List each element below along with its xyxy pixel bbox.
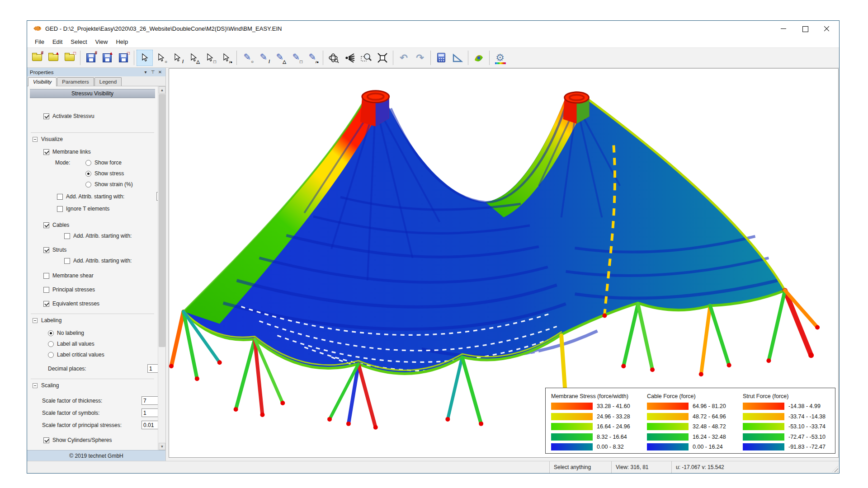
- activate-stressvu-checkbox[interactable]: Activate Stressvu: [43, 111, 155, 122]
- fit-view-icon: [377, 52, 388, 63]
- resize-grip[interactable]: [832, 466, 838, 472]
- cables-checkbox[interactable]: Cables: [43, 220, 155, 230]
- select-triangles-button[interactable]: △: [185, 50, 202, 66]
- menu-help[interactable]: Help: [112, 37, 132, 47]
- equivalent-stresses-checkbox[interactable]: Equivalent stresses: [43, 298, 155, 309]
- draw-quads-button[interactable]: ✎□: [288, 50, 304, 66]
- undo-button[interactable]: ↶: [396, 50, 412, 66]
- panel-pin-icon[interactable]: ⊤: [149, 69, 156, 75]
- draw-triangles-button[interactable]: ✎△: [272, 50, 288, 66]
- select-edges-button[interactable]: /●: [218, 50, 234, 66]
- panel-close-icon[interactable]: ✕: [156, 69, 164, 75]
- checkbox-icon[interactable]: [43, 222, 49, 228]
- radio-icon[interactable]: [48, 330, 54, 336]
- colorscale-strip: [495, 62, 506, 64]
- panel-menu-icon[interactable]: ▾: [142, 69, 149, 75]
- zoom-extents-button[interactable]: [374, 50, 391, 66]
- checkbox-icon[interactable]: [43, 437, 49, 443]
- cursor-icon: [206, 53, 213, 62]
- pencil-icon: ✎: [260, 52, 268, 61]
- collapse-icon[interactable]: [33, 383, 38, 388]
- stressvu-button[interactable]: [471, 50, 487, 66]
- minimize-button[interactable]: [780, 25, 787, 32]
- membrane-links-checkbox[interactable]: Membrane links: [43, 146, 155, 157]
- checkbox-icon[interactable]: [64, 233, 70, 239]
- menu-edit[interactable]: Edit: [48, 37, 66, 47]
- scaling-group[interactable]: Scaling: [30, 380, 155, 391]
- save-elements-button[interactable]: □: [115, 50, 132, 66]
- select-lines-button[interactable]: /: [169, 50, 185, 66]
- floppy-icon: [86, 53, 95, 62]
- visualize-group[interactable]: Visualize: [30, 134, 155, 145]
- save-forces-button[interactable]: ▲: [99, 50, 115, 66]
- calculate-button[interactable]: [433, 50, 449, 66]
- draw-edges-button[interactable]: ✎/●: [304, 50, 321, 66]
- select-quads-button[interactable]: □: [202, 50, 218, 66]
- checkbox-icon[interactable]: [43, 273, 49, 279]
- radio-icon[interactable]: [48, 352, 54, 358]
- checkbox-icon[interactable]: [43, 113, 49, 119]
- orbit-view-button[interactable]: [326, 50, 342, 66]
- select-points-button[interactable]: ○: [153, 50, 169, 66]
- checkbox-icon[interactable]: [57, 206, 63, 212]
- scroll-thumb[interactable]: [159, 94, 165, 347]
- labeling-group[interactable]: Labeling: [30, 315, 155, 326]
- struts-checkbox[interactable]: Struts: [43, 244, 155, 255]
- checkbox-icon[interactable]: [43, 287, 49, 293]
- tab-parameters[interactable]: Parameters: [57, 77, 94, 86]
- undo-icon: ↶: [400, 53, 408, 62]
- membrane-shear-checkbox[interactable]: Membrane shear: [43, 270, 155, 281]
- menu-file[interactable]: File: [31, 37, 48, 47]
- measure-button[interactable]: [449, 50, 466, 66]
- save-mesh-button[interactable]: #: [83, 50, 99, 66]
- open-forces-button[interactable]: ▲: [45, 50, 61, 66]
- checkbox-icon[interactable]: [64, 258, 70, 264]
- draw-points-button[interactable]: ✎○: [239, 50, 255, 66]
- radio-no-labeling[interactable]: No labeling: [48, 328, 155, 338]
- redo-button[interactable]: ↷: [412, 50, 428, 66]
- radio-show-force[interactable]: [85, 160, 91, 166]
- collapse-icon[interactable]: [33, 318, 38, 323]
- open-elements-button[interactable]: □: [61, 50, 78, 66]
- show-cylinders-checkbox[interactable]: Show Cylinders/Spheres: [43, 435, 155, 446]
- close-button[interactable]: [824, 25, 830, 32]
- scroll-up-icon[interactable]: ▲: [159, 86, 165, 94]
- menu-view[interactable]: View: [91, 37, 112, 47]
- legend-title-membrane: Membrane Stress (force/width): [551, 391, 642, 401]
- decimal-places-row: Decimal places:: [48, 363, 155, 374]
- radio-label-all[interactable]: Label all values: [48, 338, 155, 349]
- main-area: Properties ▾ ⊤ ✕ Visibility Parameters L…: [27, 68, 839, 461]
- zoom-window-button[interactable]: [358, 50, 374, 66]
- checkbox-icon[interactable]: [43, 149, 49, 155]
- color-swatch: [647, 443, 689, 450]
- radio-icon[interactable]: [48, 341, 54, 347]
- panel-scrollbar[interactable]: ▲ ▼: [158, 86, 165, 450]
- draw-lines-button[interactable]: ✎/: [255, 50, 272, 66]
- window-title: GED - D:\2_Projekte\Easy\2020\03_26_Webs…: [45, 25, 780, 32]
- radio-show-strain[interactable]: [85, 182, 91, 188]
- panel-header: Properties ▾ ⊤ ✕: [27, 68, 165, 76]
- render-rays-button[interactable]: [342, 50, 358, 66]
- checkbox-icon[interactable]: [43, 247, 49, 253]
- tab-legend[interactable]: Legend: [94, 77, 122, 86]
- app-logo-fish-icon: [33, 25, 42, 32]
- viewport-3d[interactable]: Membrane Stress (force/width) 33.28 - 41…: [169, 68, 839, 458]
- scroll-down-icon[interactable]: ▼: [159, 443, 165, 450]
- color-swatch: [551, 403, 593, 410]
- gear-icon: ⚙: [495, 53, 505, 63]
- tab-visibility[interactable]: Visibility: [28, 77, 57, 86]
- open-mesh-button[interactable]: #: [29, 50, 45, 66]
- checkbox-icon[interactable]: [43, 301, 49, 307]
- select-cursor-button[interactable]: [137, 50, 153, 66]
- maximize-button[interactable]: [802, 25, 808, 32]
- settings-button[interactable]: ⚙: [492, 50, 508, 66]
- mode-row-stress: Show stress: [55, 168, 155, 179]
- radio-show-stress[interactable]: [85, 171, 91, 177]
- principal-stresses-checkbox[interactable]: Principal stresses: [43, 284, 155, 295]
- checkbox-icon[interactable]: [57, 194, 63, 200]
- menu-select[interactable]: Select: [66, 37, 91, 47]
- collapse-icon[interactable]: [33, 137, 38, 142]
- color-swatch: [743, 443, 784, 450]
- ignore-t-checkbox[interactable]: Ignore T elements: [57, 203, 155, 214]
- radio-label-critical[interactable]: Label critical values: [48, 349, 155, 360]
